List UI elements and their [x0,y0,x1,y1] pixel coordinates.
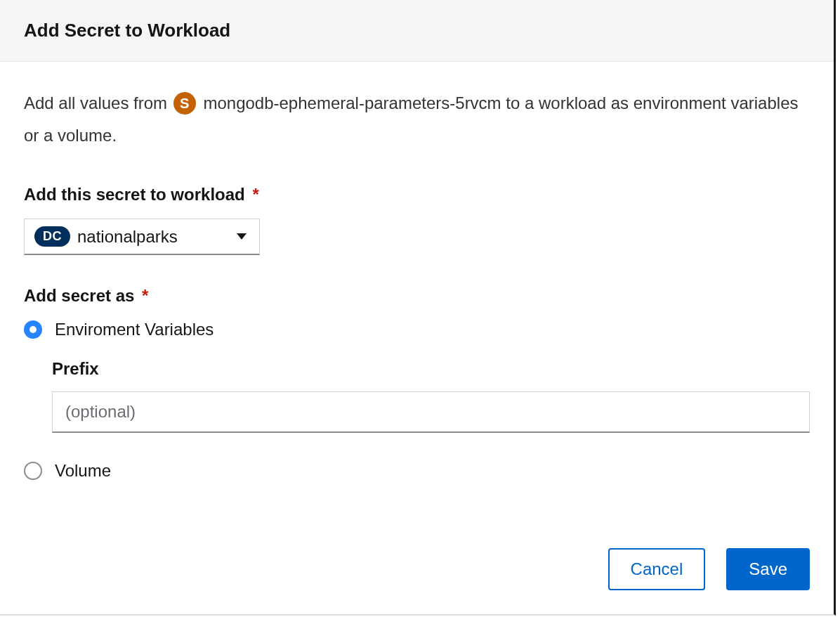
workload-label-text: Add this secret to workload [24,185,245,204]
workload-selected-value: nationalparks [77,227,230,247]
add-as-label: Add secret as * [24,286,810,306]
prefix-input[interactable] [52,391,810,433]
deploymentconfig-badge: DC [34,226,70,247]
workload-dropdown[interactable]: DC nationalparks [24,219,260,255]
chevron-down-icon [237,233,247,240]
radio-button-env[interactable] [24,320,42,339]
secret-icon: S [173,92,196,115]
cancel-button[interactable]: Cancel [608,548,706,590]
add-as-label-text: Add secret as [24,286,134,305]
prefix-section: Prefix [52,359,810,433]
secret-name: mongodb-ephemeral-parameters-5rvcm [203,93,501,112]
modal-title: Add Secret to Workload [24,20,810,41]
workload-label: Add this secret to workload * [24,185,810,204]
required-asterisk: * [252,185,258,204]
description-text: Add all values from S mongodb-ephemeral-… [24,87,810,151]
radio-label-volume: Volume [55,461,111,481]
save-button[interactable]: Save [726,548,810,590]
add-as-field-group: Add secret as * Enviroment Variables Pre… [24,286,810,481]
radio-option-volume[interactable]: Volume [24,461,810,481]
required-asterisk: * [142,286,148,305]
radio-group: Enviroment Variables Prefix Volume [24,320,810,481]
radio-option-env[interactable]: Enviroment Variables [24,320,810,339]
radio-button-volume[interactable] [24,462,42,480]
add-secret-modal: Add Secret to Workload Add all values fr… [0,0,836,616]
description-prefix: Add all values from [24,93,172,112]
modal-header: Add Secret to Workload [0,0,834,62]
modal-body: Add all values from S mongodb-ephemeral-… [0,62,834,548]
modal-footer: Cancel Save [0,548,834,614]
radio-label-env: Enviroment Variables [55,320,214,339]
prefix-label: Prefix [52,359,810,379]
workload-field-group: Add this secret to workload * DC nationa… [24,185,810,255]
